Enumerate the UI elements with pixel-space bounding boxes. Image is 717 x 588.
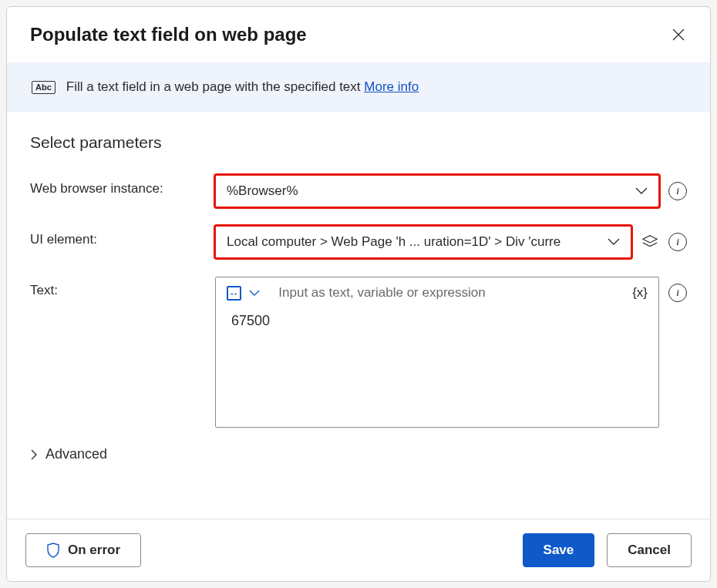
ui-element-select[interactable]: Local computer > Web Page 'h ... uration… <box>215 226 631 258</box>
cancel-button[interactable]: Cancel <box>607 533 692 567</box>
browser-select[interactable]: %Browser% <box>215 175 659 207</box>
dialog-header: Populate text field on web page <box>7 7 710 62</box>
on-error-button[interactable]: On error <box>25 533 141 567</box>
dialog-footer: On error Save Cancel <box>7 519 710 581</box>
info-icon: i <box>676 185 679 197</box>
text-value[interactable]: 67500 <box>216 308 658 427</box>
textfield-icon: Abc <box>32 81 56 94</box>
ui-element-value: Local computer > Web Page 'h ... uration… <box>227 234 560 250</box>
insert-variable-button[interactable]: {x} <box>632 285 648 301</box>
ui-element-label: UI element: <box>30 226 215 247</box>
info-icon: i <box>676 236 679 248</box>
param-row-text: Text: -- Input as text, variable or expr… <box>30 277 687 428</box>
info-banner: Abc Fill a text field in a web page with… <box>7 62 710 112</box>
dialog: Populate text field on web page Abc Fill… <box>6 6 711 582</box>
browser-value: %Browser% <box>227 183 298 199</box>
chevron-down-icon <box>635 187 648 195</box>
ui-element-picker-button[interactable] <box>641 233 659 251</box>
close-button[interactable] <box>670 26 687 43</box>
browser-info-button[interactable]: i <box>668 182 687 200</box>
advanced-toggle[interactable]: Advanced <box>30 446 687 462</box>
advanced-label: Advanced <box>45 446 107 462</box>
dialog-body: Select parameters Web browser instance: … <box>7 112 710 519</box>
text-info-button[interactable]: i <box>668 284 687 302</box>
ui-element-info-button[interactable]: i <box>668 233 687 251</box>
section-title: Select parameters <box>30 133 687 152</box>
on-error-label: On error <box>68 543 120 558</box>
shield-icon <box>46 543 60 558</box>
info-icon: i <box>676 287 679 299</box>
text-mode-dropdown[interactable] <box>249 290 260 297</box>
chevron-right-icon <box>30 449 38 461</box>
footer-actions: Save Cancel <box>523 533 692 567</box>
param-row-browser: Web browser instance: %Browser% i <box>30 175 687 207</box>
layers-icon <box>641 234 658 250</box>
chevron-down-icon <box>608 238 620 246</box>
more-info-link[interactable]: More info <box>364 79 419 94</box>
svg-marker-2 <box>643 236 657 243</box>
text-editor-toolbar: -- Input as text, variable or expression… <box>216 277 658 308</box>
text-editor[interactable]: -- Input as text, variable or expression… <box>215 277 659 428</box>
banner-text: Fill a text field in a web page with the… <box>66 79 419 95</box>
browser-label: Web browser instance: <box>30 175 215 197</box>
text-mode-icon[interactable]: -- <box>227 286 241 301</box>
dialog-title: Populate text field on web page <box>30 24 307 45</box>
text-placeholder: Input as text, variable or expression <box>278 285 624 301</box>
text-label: Text: <box>30 277 215 298</box>
param-row-ui-element: UI element: Local computer > Web Page 'h… <box>30 226 687 258</box>
close-icon <box>672 29 685 41</box>
save-button[interactable]: Save <box>523 533 595 567</box>
